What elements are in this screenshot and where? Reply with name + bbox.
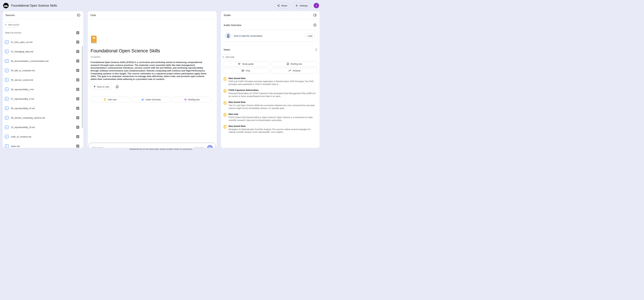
- markdown-file-icon: m↓: [5, 78, 8, 82]
- audio-overview-button[interactable]: Audio Overview: [131, 97, 171, 102]
- plus-icon: +: [222, 56, 224, 59]
- source-filename: 06_reproducibility_I.md: [11, 88, 76, 91]
- faq-button[interactable]: FAQ: [222, 68, 269, 73]
- source-checkbox[interactable]: [76, 59, 79, 63]
- markdown-file-icon: m↓: [5, 50, 8, 53]
- collapse-studio-panel-icon[interactable]: [313, 13, 317, 17]
- source-row[interactable]: m↓ 10_reproducibility_IV.md: [3, 122, 83, 132]
- source-checkbox[interactable]: [76, 50, 79, 53]
- input-source-count: 14 sources: [194, 147, 204, 148]
- source-row[interactable]: m↓ index.md: [3, 141, 83, 148]
- notes-list: New Saved Note FAIR and CARE Principles …: [224, 77, 317, 134]
- source-row[interactable]: m↓ 03_documentation_communication.md: [3, 56, 83, 66]
- share-icon: [277, 4, 280, 7]
- markdown-file-icon: m↓: [5, 106, 8, 110]
- note-title: New Saved Note: [228, 101, 316, 104]
- share-button[interactable]: Share: [274, 3, 290, 9]
- school-cap-icon: [184, 98, 187, 101]
- source-checkbox[interactable]: [76, 88, 79, 91]
- note-item[interactable]: FOSS Capstone Deliverables Potential Del…: [224, 89, 317, 98]
- source-checkbox[interactable]: [76, 144, 79, 148]
- source-filename: 05_version_control.md: [11, 79, 76, 81]
- studio-panel: Studio Audio Overview Click to load the …: [221, 11, 320, 148]
- audio-load-message: Click to load the conversation.: [234, 35, 263, 37]
- chat-input-placeholder: Start typing...: [92, 146, 105, 148]
- save-to-note-button[interactable]: Save to note: [90, 84, 112, 89]
- select-all-checkbox[interactable]: [76, 31, 79, 34]
- sources-list: m↓ 01_intro_open_sci.md m↓ 02_managing_d…: [3, 37, 83, 148]
- pin-icon: [93, 85, 96, 88]
- note-title: FOSS Capstone Deliverables: [228, 89, 316, 92]
- markdown-file-icon: m↓: [5, 69, 8, 72]
- note-icon: [104, 98, 106, 101]
- source-checkbox[interactable]: [76, 78, 79, 81]
- user-avatar[interactable]: J: [314, 3, 319, 8]
- studio-add-note-button[interactable]: + Add note: [222, 54, 234, 60]
- note-title: New Saved Note: [228, 77, 316, 80]
- send-button[interactable]: [207, 145, 213, 148]
- note-snippet: FOSS Online FAQ General What is Open Sci…: [228, 116, 316, 122]
- source-count-label: 14 sources: [90, 56, 217, 58]
- audio-overview-card[interactable]: Click to load the conversation. Load: [222, 30, 318, 42]
- notes-menu-icon[interactable]: [315, 48, 317, 52]
- source-checkbox[interactable]: [76, 69, 79, 72]
- add-source-button[interactable]: + Add source: [5, 22, 19, 28]
- note-snippet: The CLI and Open Science While the conne…: [228, 104, 316, 110]
- markdown-file-icon: m↓: [5, 144, 8, 148]
- note-item[interactable]: New Saved Note The CLI and Open Science …: [224, 101, 317, 110]
- markdown-file-icon: m↓: [5, 116, 8, 120]
- source-checkbox[interactable]: [76, 97, 79, 100]
- source-checkbox[interactable]: [76, 107, 79, 110]
- timeline-chart-icon: [288, 69, 291, 72]
- markdown-file-icon: m↓: [5, 125, 8, 129]
- briefing-doc-button[interactable]: Briefing doc: [172, 97, 212, 102]
- timeline-button[interactable]: Timeline: [271, 68, 318, 73]
- speaker-icon: [225, 33, 232, 39]
- note-item[interactable]: New Saved Note Strategies for Reproducib…: [224, 125, 317, 134]
- source-filename: 10_reproducibility_IV.md: [11, 126, 76, 128]
- source-checkbox[interactable]: [76, 135, 79, 138]
- markdown-file-icon: m↓: [5, 59, 8, 63]
- disclaimer-text: NotebookLM can be inaccurate; please dou…: [130, 148, 193, 150]
- briefing-doc-button[interactable]: Briefing doc: [271, 61, 318, 67]
- source-checkbox[interactable]: [76, 126, 79, 129]
- source-row[interactable]: m↓ 02_managing_data.md: [3, 47, 83, 56]
- source-filename: 01_intro_open_sci.md: [11, 41, 76, 43]
- note-item[interactable]: New Saved Note FAIR and CARE Principles …: [224, 77, 317, 86]
- sources-scrollbar[interactable]: [82, 46, 83, 128]
- source-row[interactable]: m↓ 09_remote_computing_cyverse.md: [3, 113, 83, 122]
- source-row[interactable]: m↓ 07_reproducibility_II.md: [3, 94, 83, 103]
- source-row[interactable]: m↓ 01_intro_open_sci.md: [3, 37, 83, 47]
- notebooklm-logo-icon: [3, 3, 9, 9]
- chat-panel-title: Chat: [90, 14, 96, 17]
- note-icon: [224, 113, 226, 116]
- note-item[interactable]: New note FOSS Online FAQ General What is…: [224, 113, 317, 122]
- gear-icon: [295, 4, 298, 7]
- faq-bubble-icon: [242, 69, 244, 72]
- source-checkbox[interactable]: [76, 116, 79, 119]
- source-row[interactable]: m↓ 05_version_control.md: [3, 75, 83, 85]
- source-row[interactable]: m↓ 06_reproducibility_I.md: [3, 85, 83, 94]
- study-guide-button[interactable]: Study guide: [222, 61, 269, 67]
- load-button[interactable]: Load: [304, 33, 315, 39]
- note-icon: [224, 89, 226, 93]
- top-bar: Foundational Open Science Skills Share S…: [0, 0, 322, 11]
- notebook-title: Foundational Open Science Skills: [11, 4, 57, 8]
- sources-panel: Sources + Add source Select all sources …: [3, 11, 83, 148]
- source-row[interactable]: m↓ 08_reproducibility_III.md: [3, 103, 83, 113]
- source-checkbox[interactable]: [76, 41, 79, 44]
- school-cap-icon: [238, 63, 241, 65]
- settings-button[interactable]: Settings: [292, 3, 310, 9]
- source-filename: 03_documentation_communication.md: [11, 60, 76, 62]
- info-icon[interactable]: [313, 23, 317, 27]
- source-row[interactable]: m↓ 04_talk_to_computer.md: [3, 66, 83, 75]
- notebook-emoji-icon: [90, 36, 97, 44]
- markdown-file-icon: m↓: [5, 87, 8, 91]
- copy-icon[interactable]: [115, 85, 119, 89]
- chat-input-box[interactable]: Start typing... 14 sources How does open…: [89, 143, 216, 148]
- add-note-button[interactable]: Add note: [90, 97, 130, 102]
- source-filename: 09_remote_computing_cyverse.md: [11, 116, 76, 119]
- source-row[interactable]: m↓ code_of_conduct.md: [3, 132, 83, 141]
- collapse-sources-panel-icon[interactable]: [77, 13, 80, 17]
- markdown-file-icon: m↓: [5, 135, 8, 138]
